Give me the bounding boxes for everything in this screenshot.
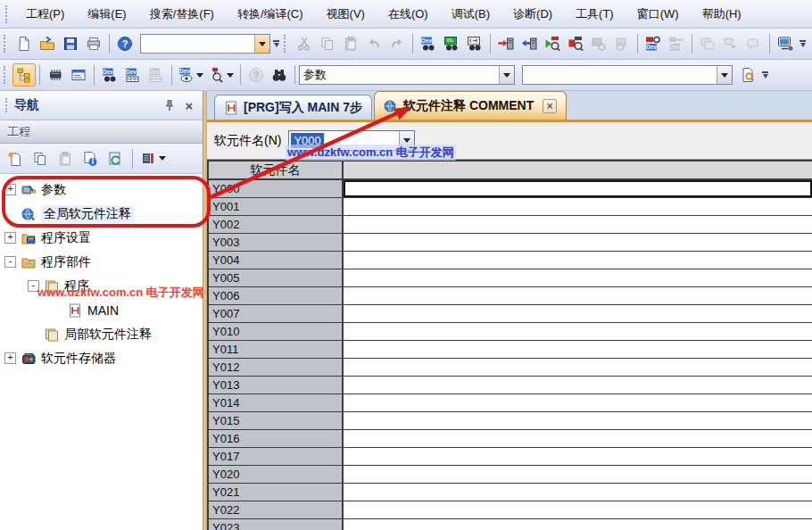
tree-item-global-comment[interactable]: 全局软元件注释 [0,202,203,226]
comment-cell[interactable] [344,341,812,359]
comment-cell[interactable] [344,448,812,466]
comment-cell[interactable] [344,323,812,341]
copy-button[interactable] [316,32,339,55]
comment-cell[interactable] [344,305,812,323]
window-tile-button[interactable] [696,32,719,55]
expand-icon[interactable]: + [4,352,16,364]
toolbar-grip[interactable] [4,35,7,53]
comment-cell[interactable] [344,394,812,412]
menu-find-replace[interactable]: 搜索/替换(F) [138,2,226,27]
menu-project[interactable]: 工程(P) [14,2,76,27]
redo-button[interactable] [385,32,409,55]
device-test-button[interactable]: Dev [665,32,688,55]
tree-item-local-comment[interactable]: 局部软元件注释 [0,322,203,346]
menu-online[interactable]: 在线(O) [377,2,440,27]
comment-cell[interactable] [344,377,812,394]
expand-icon[interactable]: - [4,256,16,268]
project-tree-toggle-button[interactable] [12,63,36,87]
comment-cell[interactable] [344,234,812,252]
window-display-button[interactable] [67,63,90,87]
print-button[interactable] [82,32,105,55]
toolbar-options-icon[interactable] [762,71,768,79]
menu-debug[interactable]: 调试(B) [440,2,501,27]
menu-help[interactable]: 帮助(H) [691,2,753,27]
target-combo[interactable]: 参数 [299,65,515,85]
comment-cell[interactable] [344,430,812,448]
tree-item-program-parts[interactable]: - 程序部件 [0,250,203,274]
device-list-button[interactable]: Dev [121,63,145,87]
toolbar-grip[interactable] [5,5,9,23]
window-comment-button[interactable] [742,32,766,55]
window-switch-button[interactable] [719,32,742,55]
device-find-button-2[interactable]: Dev [98,63,121,87]
write-to-plc-button[interactable] [494,32,518,55]
refresh-button[interactable] [104,147,127,170]
tab-main-program[interactable]: [PRG]写入 MAIN 7步 [214,95,372,120]
combo-dropdown-button[interactable] [499,66,514,84]
parameter-block-button[interactable] [44,63,67,87]
combo-dropdown-button[interactable] [717,66,732,84]
monitor-start-button[interactable] [541,32,564,55]
device-display-menu-button[interactable]: Dev [176,63,206,87]
menu-diagnostics[interactable]: 诊断(D) [501,2,564,27]
new-item-button[interactable] [4,147,27,170]
zoom-display-menu-button[interactable] [206,63,236,87]
copy-item-button[interactable] [29,147,52,170]
tree-item-main[interactable]: MAIN [0,298,203,322]
comment-cell[interactable] [344,484,812,501]
help-disabled-button[interactable]: ? [244,63,268,87]
zoom-combo[interactable] [522,65,733,85]
expand-icon[interactable]: + [4,232,16,244]
comment-cell[interactable] [344,180,812,198]
property-button[interactable] [79,147,102,170]
new-project-button[interactable] [12,32,36,55]
comment-cell[interactable] [344,198,812,216]
doc-zoom-button[interactable] [736,63,759,87]
menu-view[interactable]: 视图(V) [315,2,377,27]
sort-filter-button[interactable] [138,147,169,170]
project-data-combo[interactable] [140,34,270,54]
tab-device-comment[interactable]: 软元件注释 COMMENT × [374,91,567,120]
comment-cell[interactable] [344,269,812,287]
pin-icon[interactable] [162,97,178,113]
tab-close-button[interactable]: × [543,99,557,113]
comment-cell[interactable] [344,359,812,377]
comment-cell[interactable] [344,287,812,305]
comment-cell[interactable] [344,216,812,234]
read-from-plc-button[interactable] [518,32,541,55]
save-project-button[interactable] [59,32,82,55]
combo-dropdown-button[interactable] [254,35,269,53]
contact-find-button[interactable] [440,32,463,55]
comment-cell[interactable] [344,252,812,269]
comment-cell[interactable] [344,519,812,530]
cut-button[interactable] [293,32,316,55]
menu-window[interactable]: 窗口(W) [626,2,691,27]
menu-edit[interactable]: 编辑(E) [76,2,137,27]
io-find-button[interactable] [463,32,486,55]
comment-cell[interactable] [344,501,812,519]
menu-convert-compile[interactable]: 转换/编译(C) [226,2,315,27]
comment-cell[interactable] [344,466,812,484]
find-button[interactable] [268,63,291,87]
tree-item-parameter[interactable]: + 参数 [0,178,203,202]
open-project-button[interactable] [36,32,59,55]
expand-icon[interactable]: + [4,184,16,195]
device-use-list-button[interactable]: Dev [145,63,168,87]
toolbar-options-icon[interactable] [800,40,806,47]
device-batch-monitor-button[interactable]: Dev [642,32,665,55]
toolbar-grip[interactable] [284,35,287,53]
close-icon[interactable]: × [181,97,197,113]
pc-connection-button[interactable] [774,32,797,55]
paste-item-button[interactable] [54,147,77,170]
toolbar-options-icon[interactable] [273,40,279,47]
comment-cell[interactable] [344,412,812,430]
panel-grip[interactable] [5,98,9,112]
toolbar-grip[interactable] [4,66,7,84]
undo-button[interactable] [362,32,385,55]
monitor-resume-button[interactable] [610,32,634,55]
tree-item-device-memory[interactable]: + 软元件存储器 [0,346,203,370]
help-button[interactable]: ? [113,32,137,55]
menu-tools[interactable]: 工具(T) [564,2,626,27]
monitor-stop-button[interactable] [564,32,587,55]
tree-item-program-setting[interactable]: + 程序设置 [0,226,203,250]
